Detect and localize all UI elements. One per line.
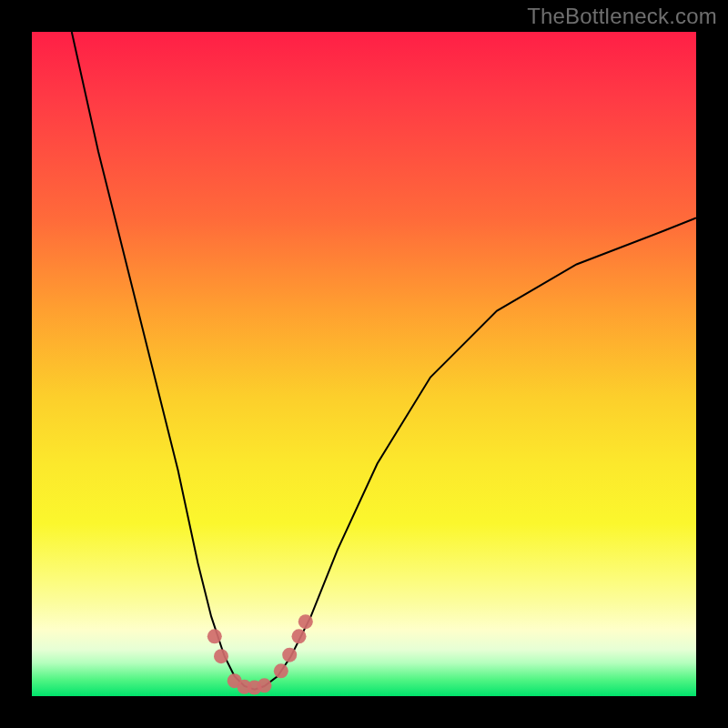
curve-marker [282,648,297,662]
chart-frame: TheBottleneck.com [0,0,728,728]
curve-marker [292,629,307,643]
plot-overlay [32,32,696,696]
watermark-text: TheBottleneck.com [527,4,717,29]
curve-marker [274,663,288,678]
curve-marker [298,614,313,629]
marker-group [207,614,313,694]
curve-marker [258,678,272,693]
curve-marker [214,649,228,663]
curve-marker [207,629,222,643]
bottleneck-curve [72,32,696,690]
